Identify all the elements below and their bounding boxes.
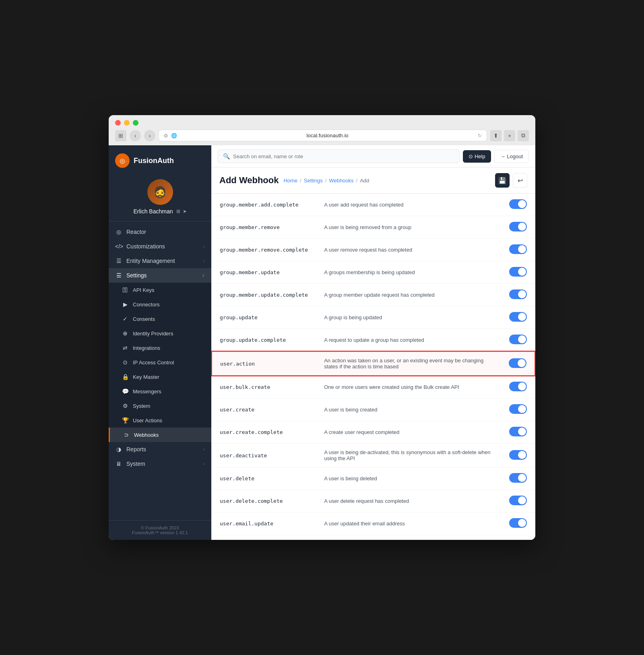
event-toggle[interactable] [509,473,527,483]
event-toggle[interactable] [509,222,527,231]
globe-icon: 🌐 [171,133,177,138]
identity-providers-icon: ⊕ [122,330,129,337]
event-toggle[interactable] [509,335,527,344]
connectors-icon: ▶ [122,301,129,308]
close-button[interactable] [115,120,121,126]
search-icon: 🔍 [223,153,230,159]
sidebar-item-system[interactable]: ⚙ System [109,399,211,413]
sidebar-item-customizations[interactable]: </> Customizations › [109,239,211,254]
footer-copyright: © FusionAuth 2023 [115,525,205,530]
sidebar-item-reports[interactable]: ◑ Reports › [109,442,211,457]
event-description: A groups membership is being updated [324,269,415,275]
customizations-icon: </> [115,243,122,250]
event-toggle[interactable] [509,450,527,460]
breadcrumb-webhooks[interactable]: Webhooks [329,178,353,184]
breadcrumb-settings[interactable]: Settings [304,178,323,184]
webhooks-icon: ⊃ [123,432,130,438]
system-icon: ⚙ [122,403,129,409]
event-toggle[interactable] [509,518,527,528]
brand-logo: ◎ [115,153,130,168]
ip-access-icon: ⊙ [122,359,129,366]
sidebar-item-ip-access-control[interactable]: ⊙ IP Access Control [109,355,211,370]
sidebar-item-identity-providers[interactable]: ⊕ Identity Providers [109,326,211,341]
event-name: group.member.update [220,269,280,275]
minimize-button[interactable] [124,120,130,126]
security-icon: ⊙ [164,133,168,138]
table-row: group.member.updateA groups membership i… [212,261,535,284]
sidebar-item-connectors[interactable]: ▶ Connectors [109,297,211,312]
breadcrumb-sep: / [325,178,327,184]
event-description: A group is being updated [324,314,382,320]
search-input[interactable] [233,153,454,159]
sidebar-item-label: Webhooks [134,432,205,438]
browser-toolbar: ⊞ ‹ › ⊙ 🌐 local.fusionauth.io ↻ ⬆ + ⧉ [115,130,529,145]
sidebar-item-webhooks[interactable]: ⊃ Webhooks [109,428,211,442]
sidebar-item-label: System [133,403,205,409]
user-actions-icon: 🏆 [122,417,129,424]
breadcrumb-home[interactable]: Home [283,178,297,184]
system-main-icon: 🖥 [115,461,122,467]
event-name: group.update.complete [220,337,286,343]
event-name: group.member.remove [220,224,280,230]
nav-forward-button[interactable]: › [144,130,155,141]
sidebar-item-system-main[interactable]: 🖥 System › [109,457,211,471]
back-button[interactable]: ↩ [513,173,527,188]
sidebar-toggle-icon[interactable]: ⊞ [115,130,126,141]
event-name: user.create [220,407,254,413]
user-name: Erlich Bachman [133,208,173,215]
table-row: group.member.add.completeA user add requ… [212,194,535,216]
event-toggle[interactable] [509,267,527,277]
refresh-icon[interactable]: ↻ [478,133,482,138]
sidebar-item-consents[interactable]: ✓ Consents [109,312,211,326]
breadcrumb: Home / Settings / Webhooks / Add [283,178,369,184]
sidebar-item-label: User Actions [133,417,205,424]
logout-button[interactable]: → Logout [494,150,529,163]
chevron-down-icon: ∨ [202,273,205,278]
event-toggle[interactable] [509,427,527,436]
user-navigate-icon[interactable]: ➤ [183,209,187,214]
event-toggle[interactable] [509,358,526,368]
page-header: Add Webhook Home / Settings / Webhooks /… [211,167,535,194]
share-icon[interactable]: ⬆ [490,130,502,141]
event-toggle[interactable] [509,312,527,322]
event-toggle[interactable] [509,289,527,299]
sidebar-item-key-master[interactable]: 🔒 Key Master [109,370,211,384]
sidebar-item-entity-management[interactable]: ☰ Entity Management › [109,254,211,268]
sidebar-item-reactor[interactable]: ◎ Reactor [109,225,211,239]
sidebar-item-label: Settings [126,272,198,279]
sidebar-item-user-actions[interactable]: 🏆 User Actions [109,413,211,428]
page-title: Add Webhook [219,175,279,186]
save-button[interactable]: 💾 [495,173,510,188]
help-button[interactable]: ⊙ Help [463,150,491,163]
user-card-icon[interactable]: ⊞ [176,209,180,214]
sidebar-item-messengers[interactable]: 💬 Messengers [109,384,211,399]
sidebar-item-settings[interactable]: ☰ Settings ∨ [109,268,211,283]
url-bar[interactable]: ⊙ 🌐 local.fusionauth.io ↻ [159,130,487,141]
event-toggle[interactable] [509,404,527,414]
event-description: A user is being removed from a group [324,224,411,230]
sidebar-item-label: Messengers [133,388,205,395]
user-profile: 🧔 Erlich Bachman ⊞ ➤ [109,174,211,221]
event-toggle[interactable] [509,496,527,505]
nav-back-button[interactable]: ‹ [130,130,141,141]
sidebar-item-label: Reactor [126,229,205,235]
sidebar-item-api-keys[interactable]: ⚿ API Keys [109,283,211,297]
maximize-button[interactable] [133,120,138,126]
event-description: A create user request completed [324,429,399,435]
sidebar-item-label: Entity Management [126,258,199,264]
url-text: local.fusionauth.io [180,132,475,138]
new-tab-icon[interactable]: + [504,130,515,141]
event-toggle[interactable] [509,199,527,209]
tabs-icon[interactable]: ⧉ [518,130,529,141]
event-description: A user updated their email address [324,521,405,527]
event-name: group.member.remove.complete [220,247,308,253]
sidebar-item-label: Key Master [133,374,205,380]
entity-management-icon: ☰ [115,258,122,264]
breadcrumb-current: Add [360,178,369,184]
event-toggle[interactable] [509,244,527,254]
event-toggle[interactable] [509,382,527,391]
avatar: 🧔 [147,179,173,205]
search-box[interactable]: 🔍 [218,149,460,163]
sidebar-item-integrations[interactable]: ⇄ Integrations [109,341,211,355]
breadcrumb-sep: / [356,178,358,184]
